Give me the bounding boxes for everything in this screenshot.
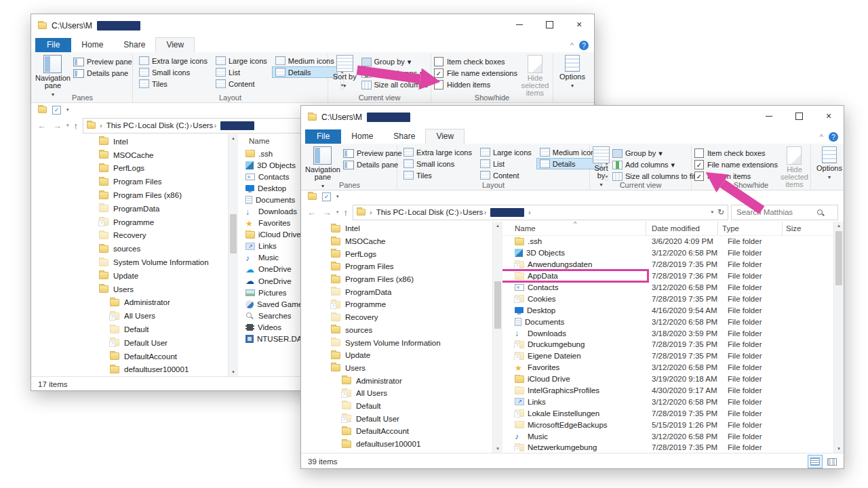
file-row[interactable]: Desktop4/16/2020 9:54 AMFile folder xyxy=(502,304,833,316)
file-row[interactable]: 3D Objects3/12/2020 6:58 PMFile folder xyxy=(502,247,833,259)
file-row[interactable]: ↗Lokale Einstellungen7/28/2019 7:35 PMFi… xyxy=(502,407,833,419)
file-row[interactable]: Downloads3/18/2020 3:59 PMFile folder xyxy=(502,327,833,339)
item-check-boxes-checkbox[interactable]: Item check boxes xyxy=(694,148,778,159)
breadcrumb-item[interactable]: This PC xyxy=(376,208,404,216)
column-header-size[interactable]: Size xyxy=(783,222,833,235)
tab-share[interactable]: Share xyxy=(383,129,425,144)
layout-list[interactable]: List xyxy=(477,158,535,169)
tree-item[interactable]: Administrator xyxy=(301,374,492,387)
layout-content[interactable]: Content xyxy=(477,169,535,181)
layout-large-icons[interactable]: Large icons xyxy=(477,146,535,158)
file-row[interactable]: iCloud Drive3/19/2020 9:18 AMFile folder xyxy=(502,373,833,385)
tab-file[interactable]: File xyxy=(305,129,341,144)
file-name-extensions-checkbox[interactable]: ✓File name extensions xyxy=(694,159,778,170)
file-row[interactable]: ↗Anwendungsdaten7/28/2019 7:35 PMFile fo… xyxy=(502,259,833,270)
tree-item[interactable]: sources xyxy=(301,324,492,337)
sort-by-button[interactable]: Sort by▾ xyxy=(331,55,359,90)
qat-customize-icon[interactable]: ▾ xyxy=(66,107,69,113)
recent-locations-icon[interactable]: ▾ xyxy=(336,209,339,215)
minimize-button[interactable] xyxy=(505,14,534,35)
tree-item[interactable]: Default xyxy=(31,323,228,336)
breadcrumb-item[interactable]: Users xyxy=(462,208,483,216)
file-row[interactable]: .ssh3/6/2020 4:09 PMFile folder xyxy=(502,236,833,247)
file-row[interactable]: Favorites3/12/2020 6:58 PMFile folder xyxy=(502,362,833,373)
layout-list[interactable]: List xyxy=(212,66,271,78)
layout-small-icons[interactable]: Small icons xyxy=(400,158,475,169)
file-name-extensions-checkbox[interactable]: ✓File name extensions xyxy=(434,68,517,79)
breadcrumb-item[interactable]: This PC xyxy=(106,121,134,129)
scroll-down-icon[interactable]: ▾ xyxy=(834,446,844,451)
help-icon[interactable]: ? xyxy=(829,132,838,142)
help-icon[interactable]: ? xyxy=(579,41,589,50)
file-row[interactable]: ↗Netzwerkumgebung7/28/2019 7:35 PMFile f… xyxy=(502,442,833,453)
tree-item[interactable]: defaultuser100001 xyxy=(301,438,492,451)
tab-view[interactable]: View xyxy=(425,129,465,144)
tree-item[interactable]: MSOCache xyxy=(301,235,492,248)
file-row[interactable]: MicrosoftEdgeBackups5/15/2019 1:26 PMFil… xyxy=(502,419,833,430)
layout-extra-large-icons[interactable]: Extra large icons xyxy=(400,146,475,158)
scroll-up-icon[interactable]: ▴ xyxy=(834,223,844,228)
recent-locations-icon[interactable]: ▾ xyxy=(66,123,69,128)
file-row[interactable]: Documents3/12/2020 6:58 PMFile folder xyxy=(502,316,833,327)
file-row[interactable]: AppData7/28/2019 7:36 PMFile folder xyxy=(502,270,833,282)
breadcrumb-item[interactable]: Local Disk (C:) xyxy=(408,208,458,216)
file-row[interactable]: ↗Druckumgebung7/28/2019 7:35 PMFile fold… xyxy=(502,339,833,350)
tab-file[interactable]: File xyxy=(35,38,71,52)
details-pane-button[interactable]: Details pane xyxy=(343,159,402,170)
tree-item[interactable]: ↗Programme xyxy=(301,298,492,311)
layout-content[interactable]: Content xyxy=(212,78,271,89)
tab-home[interactable]: Home xyxy=(71,38,113,52)
preview-pane-button[interactable]: Preview pane xyxy=(343,148,402,159)
scroll-down-icon[interactable]: ▾ xyxy=(229,369,238,375)
tree-item[interactable]: ↗All Users xyxy=(301,387,492,400)
layout-tiles[interactable]: Tiles xyxy=(136,78,211,89)
column-header-type[interactable]: Type xyxy=(718,222,783,235)
tree-item[interactable]: defaultuser100001 xyxy=(31,363,228,376)
layout-small-icons[interactable]: Small icons xyxy=(136,66,211,78)
hidden-items-checkbox[interactable]: Hidden items xyxy=(434,79,517,90)
address-dropdown-icon[interactable]: ▾ xyxy=(711,209,713,215)
up-button[interactable]: ↑ xyxy=(342,207,351,218)
collapse-ribbon-icon[interactable]: ^ xyxy=(820,133,823,141)
breadcrumb-item[interactable]: Local Disk (C:) xyxy=(138,121,189,129)
back-button[interactable]: ← xyxy=(305,207,318,218)
tree-item[interactable]: System Volume Information xyxy=(301,336,492,349)
navigation-pane-button[interactable]: Navigation pane▾ xyxy=(35,55,71,98)
tab-home[interactable]: Home xyxy=(341,129,383,144)
options-button[interactable]: Options▾ xyxy=(814,146,845,181)
scroll-up-icon[interactable]: ▴ xyxy=(493,223,502,228)
tree-item[interactable]: Users xyxy=(31,283,228,296)
details-view-toggle[interactable] xyxy=(808,455,823,468)
list-scrollbar[interactable]: ▴ ▾ xyxy=(833,222,844,453)
forward-button[interactable]: → xyxy=(321,207,334,218)
file-row[interactable]: IntelGraphicsProfiles4/30/2020 9:17 AMFi… xyxy=(502,385,833,396)
scroll-up-icon[interactable]: ▴ xyxy=(229,136,238,141)
tree-item[interactable]: sources xyxy=(31,242,228,256)
maximize-button[interactable] xyxy=(534,14,564,35)
layout-extra-large-icons[interactable]: Extra large icons xyxy=(136,55,211,66)
tree-item[interactable]: Recovery xyxy=(301,311,492,324)
scroll-down-icon[interactable]: ▾ xyxy=(493,446,502,451)
column-header-name[interactable]: ^Name xyxy=(502,222,646,235)
qat-customize-icon[interactable]: ▾ xyxy=(336,194,339,199)
tree-item[interactable]: Update xyxy=(301,349,492,362)
tree-item[interactable]: Program Files (x86) xyxy=(301,273,492,286)
thumbnails-view-toggle[interactable] xyxy=(825,455,840,468)
tree-item[interactable]: System Volume Information xyxy=(31,256,228,269)
back-button[interactable]: ← xyxy=(35,121,48,131)
tree-item[interactable]: Update xyxy=(31,269,228,283)
layout-large-icons[interactable]: Large icons xyxy=(212,55,271,66)
close-button[interactable]: × xyxy=(814,106,844,126)
column-header-date-modified[interactable]: Date modified xyxy=(646,222,718,235)
file-row[interactable]: Links3/12/2020 6:58 PMFile folder xyxy=(502,396,833,407)
tree-item[interactable]: Program Files xyxy=(301,260,492,273)
file-row[interactable]: ↗Eigene Dateien7/28/2019 7:35 PMFile fol… xyxy=(502,350,833,362)
tree-scrollbar[interactable]: ▴ ▾ xyxy=(228,134,238,376)
close-button[interactable]: × xyxy=(564,14,594,35)
tree-item[interactable]: ↗All Users xyxy=(31,309,228,323)
options-button[interactable]: Options▾ xyxy=(556,55,589,89)
titlebar[interactable]: C:\Users\M × xyxy=(31,14,594,37)
up-button[interactable]: ↑ xyxy=(72,121,81,131)
tree-item[interactable]: Recovery xyxy=(31,229,228,243)
tree-item[interactable]: Default xyxy=(301,400,492,413)
